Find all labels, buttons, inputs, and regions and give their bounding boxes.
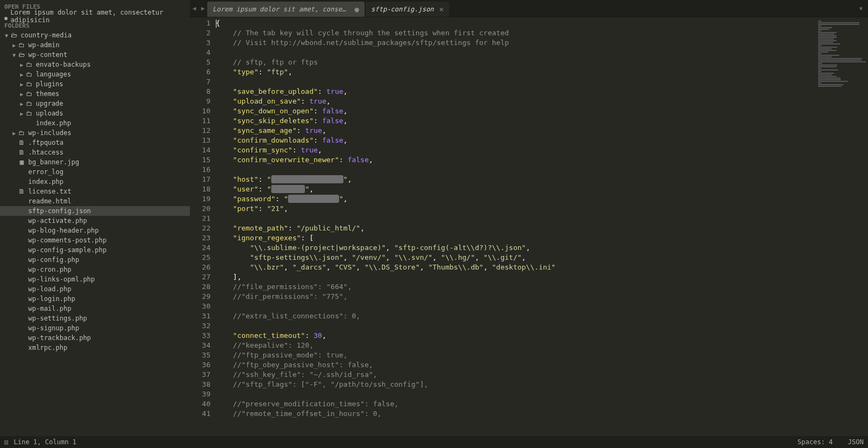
tree-file[interactable]: wp-login.php <box>0 294 190 304</box>
tree-folder[interactable]: country-media <box>0 30 190 40</box>
code-line[interactable]: //"ftp_obey_passive_host": false, <box>216 360 814 370</box>
line-number[interactable]: 9 <box>190 97 210 106</box>
line-number[interactable]: 30 <box>190 302 210 311</box>
code-line[interactable]: //"extra_list_connections": 0, <box>216 311 814 321</box>
tree-folder[interactable]: plugins <box>0 79 190 89</box>
tree-file[interactable]: wp-cron.php <box>0 265 190 274</box>
line-gutter[interactable]: 1234567891011121314151617181920212223242… <box>190 17 216 436</box>
line-number[interactable]: 28 <box>190 282 210 292</box>
tree-folder[interactable]: uploads <box>0 108 190 118</box>
tree-file[interactable]: index.php <box>0 177 190 187</box>
code-line[interactable]: "\\.bzr", "_darcs", "CVS", "\\.DS_Store"… <box>216 263 814 272</box>
line-number[interactable]: 11 <box>190 116 210 126</box>
code-line[interactable]: "host": " ", <box>216 175 814 184</box>
tree-folder[interactable]: wp-includes <box>0 128 190 138</box>
code-line[interactable]: "sync_down_on_open": false, <box>216 106 814 116</box>
nav-back-icon[interactable]: ◀ <box>190 5 199 12</box>
tree-file[interactable]: .htaccess <box>0 148 190 157</box>
line-number[interactable]: 21 <box>190 214 210 223</box>
twisty-icon[interactable] <box>18 91 25 97</box>
code-line[interactable]: //"file_permissions": "664", <box>216 282 814 292</box>
tree-folder[interactable]: languages <box>0 69 190 79</box>
tree-file[interactable]: wp-load.php <box>0 284 190 294</box>
code-line[interactable]: //"ftp_passive_mode": true, <box>216 350 814 360</box>
line-number[interactable]: 24 <box>190 243 210 253</box>
code-line[interactable]: "sync_same_age": true, <box>216 126 814 136</box>
line-number[interactable]: 1 <box>190 18 210 28</box>
tree-folder[interactable]: upgrade <box>0 99 190 108</box>
line-number[interactable]: 15 <box>190 155 210 165</box>
line-number[interactable]: 25 <box>190 253 210 263</box>
code-line[interactable]: "confirm_overwrite_newer": false, <box>216 155 814 165</box>
tab[interactable]: sftp-config.json <box>366 2 449 17</box>
code-line[interactable] <box>216 389 814 399</box>
line-number[interactable]: 13 <box>190 136 210 145</box>
code-line[interactable]: "sftp-settings\\.json", "/venv/", "\\.sv… <box>216 253 814 263</box>
code-line[interactable] <box>216 321 814 331</box>
line-number[interactable]: 27 <box>190 272 210 282</box>
line-number[interactable]: 14 <box>190 145 210 155</box>
tree-file[interactable]: wp-blog-header.php <box>0 226 190 235</box>
twisty-icon[interactable] <box>18 72 25 78</box>
sidebar[interactable]: OPEN FILES Lorem ipsum dolor sit amet, c… <box>0 0 190 436</box>
code-line[interactable]: "connect_timeout": 30, <box>216 331 814 341</box>
line-number[interactable]: 6 <box>190 67 210 77</box>
line-number[interactable]: 18 <box>190 184 210 194</box>
line-number[interactable]: 20 <box>190 204 210 214</box>
code-line[interactable]: "\\.sublime-(project|workspace)", "sftp-… <box>216 243 814 253</box>
line-number[interactable]: 41 <box>190 409 210 419</box>
code-line[interactable]: // The tab key will cycle through the se… <box>216 28 814 38</box>
tree-file[interactable]: wp-signup.php <box>0 323 190 333</box>
tree-file[interactable]: readme.html <box>0 196 190 206</box>
code-line[interactable]: // Visit http://wbond.net/sublime_packag… <box>216 38 814 48</box>
twisty-icon[interactable] <box>11 42 17 48</box>
minimap[interactable] <box>814 17 868 436</box>
line-number[interactable]: 5 <box>190 57 210 67</box>
editor[interactable]: 1234567891011121314151617181920212223242… <box>190 17 868 436</box>
line-number[interactable]: 34 <box>190 341 210 350</box>
tree-file[interactable]: wp-activate.php <box>0 216 190 226</box>
code-line[interactable] <box>216 302 814 311</box>
line-number[interactable]: 16 <box>190 165 210 175</box>
code-line[interactable] <box>216 165 814 175</box>
tree-folder[interactable]: envato-backups <box>0 60 190 69</box>
tree-file[interactable]: bg_banner.jpg <box>0 157 190 167</box>
panel-switcher-icon[interactable]: ▤ <box>4 438 8 446</box>
code-line[interactable]: { <box>216 18 814 28</box>
line-number[interactable]: 17 <box>190 175 210 184</box>
tree-file[interactable]: wp-settings.php <box>0 313 190 323</box>
tree-file[interactable]: license.txt <box>0 187 190 196</box>
line-number[interactable]: 7 <box>190 77 210 87</box>
code-line[interactable]: "save_before_upload": true, <box>216 87 814 97</box>
code-line[interactable]: ], <box>216 272 814 282</box>
code-line[interactable]: "user": " ", <box>216 184 814 194</box>
tree-file[interactable]: index.php <box>0 118 190 128</box>
tree-folder[interactable]: wp-content <box>0 50 190 60</box>
line-number[interactable]: 35 <box>190 350 210 360</box>
code-area[interactable]: { // The tab key will cycle through the … <box>216 17 814 436</box>
tree-file[interactable]: xmlrpc.php <box>0 343 190 353</box>
code-line[interactable]: "ignore_regexes": [ <box>216 233 814 243</box>
code-line[interactable]: //"keepalive": 120, <box>216 341 814 350</box>
twisty-icon[interactable] <box>11 52 17 58</box>
status-indent[interactable]: Spaces: 4 <box>797 438 833 446</box>
open-file[interactable]: Lorem ipsum dolor sit amet, consectetur … <box>0 11 190 21</box>
tab[interactable]: Lorem ipsum dolor sit amet, consectetur … <box>207 2 365 17</box>
twisty-icon[interactable] <box>11 130 17 136</box>
code-line[interactable]: //"remote_time_offset_in_hours": 0, <box>216 409 814 419</box>
code-line[interactable]: //"dir_permissions": "775", <box>216 292 814 302</box>
line-number[interactable]: 40 <box>190 399 210 409</box>
code-line[interactable]: "sync_skip_deletes": false, <box>216 116 814 126</box>
line-number[interactable]: 31 <box>190 311 210 321</box>
tree-file[interactable]: wp-config-sample.php <box>0 245 190 255</box>
code-line[interactable]: //"preserve_modification_times": false, <box>216 399 814 409</box>
tree-file[interactable]: .ftpquota <box>0 138 190 148</box>
twisty-icon[interactable] <box>3 33 10 39</box>
line-number[interactable]: 32 <box>190 321 210 331</box>
code-line[interactable]: "type": "ftp", <box>216 67 814 77</box>
code-line[interactable] <box>216 48 814 57</box>
line-number[interactable]: 12 <box>190 126 210 136</box>
code-line[interactable]: "password": " ", <box>216 194 814 204</box>
tab-overflow-icon[interactable]: ▼ <box>854 5 868 11</box>
twisty-icon[interactable] <box>18 101 25 107</box>
